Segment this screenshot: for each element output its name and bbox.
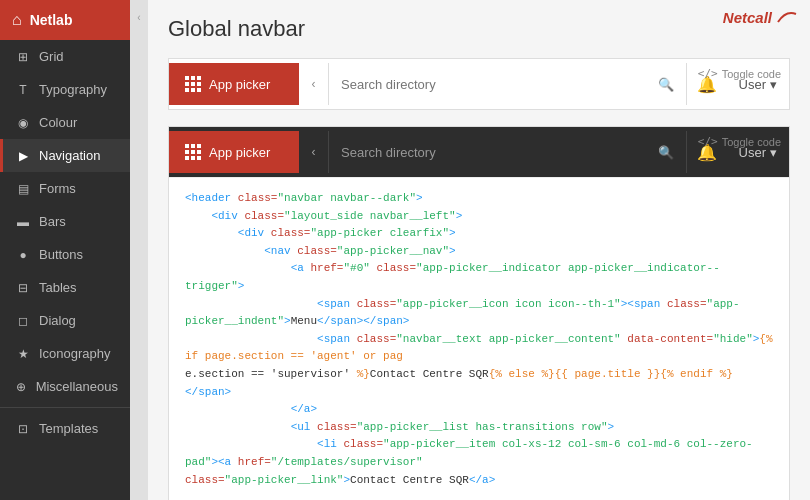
sidebar-item-tables[interactable]: ⊟ Tables (0, 271, 130, 304)
app-grid-icon-dark (185, 144, 201, 160)
main-content: Netcall Global navbar </> Toggle code (148, 0, 810, 500)
light-navbar-section: </> Toggle code App picker ‹ 🔍 🔔 (168, 58, 790, 110)
sidebar-item-colour[interactable]: ◉ Colour (0, 106, 130, 139)
code-line-6: <span class="app-picker__icon icon icon-… (185, 296, 773, 331)
sidebar-divider (0, 407, 130, 408)
code-line-4: <nav class="app-picker__nav"> (185, 243, 773, 261)
sidebar-item-templates[interactable]: ⊡ Templates (0, 412, 130, 445)
buttons-icon: ● (15, 248, 31, 262)
chevron-left-icon: ‹ (137, 12, 140, 23)
dark-navbar-section: </> Toggle code App picker ‹ 🔍 🔔 (168, 126, 790, 500)
code-line-2: <div class="layout_side navbar__left"> (185, 208, 773, 226)
sidebar-item-bars[interactable]: ▬ Bars (0, 205, 130, 238)
sidebar-item-label: Navigation (39, 148, 100, 163)
toggle-code-label-dark: Toggle code (722, 136, 781, 148)
sidebar-item-label: Colour (39, 115, 77, 130)
search-area-dark[interactable]: 🔍 (329, 131, 687, 173)
sidebar-item-grid[interactable]: ⊞ Grid (0, 40, 130, 73)
forms-icon: ▤ (15, 182, 31, 196)
dialog-icon: ◻ (15, 314, 31, 328)
home-icon: ⌂ (12, 11, 22, 29)
sidebar-item-label: Iconography (39, 346, 111, 361)
sidebar: ⌂ Netlab ⊞ Grid T Typography ◉ Colour ▶ … (0, 0, 130, 500)
sidebar-item-miscellaneous[interactable]: ⊕ Miscellaneous (0, 370, 130, 403)
sidebar-item-iconography[interactable]: ★ Iconography (0, 337, 130, 370)
navigation-icon: ▶ (15, 149, 31, 163)
templates-icon: ⊡ (15, 422, 31, 436)
sidebar-item-label: Tables (39, 280, 77, 295)
sidebar-item-label: Grid (39, 49, 64, 64)
code-line-9: </a> (185, 401, 773, 419)
search-area-light[interactable]: 🔍 (329, 63, 687, 105)
code-brackets-icon: </> (698, 67, 718, 80)
sidebar-header[interactable]: ⌂ Netlab (0, 0, 130, 40)
code-line-10: <ul class="app-picker__list has-transiti… (185, 419, 773, 437)
toggle-code-button-dark[interactable]: </> Toggle code (698, 135, 781, 148)
dark-navbar-preview: App picker ‹ 🔍 🔔 User ▾ (169, 127, 789, 177)
tables-icon: ⊟ (15, 281, 31, 295)
search-input-light[interactable] (341, 77, 650, 92)
code-line-7: <span class="navbar__text app-picker__co… (185, 331, 773, 366)
netcall-logo: Netcall (723, 8, 798, 26)
code-block: <header class="navbar navbar--dark"> <di… (169, 177, 789, 500)
sidebar-item-forms[interactable]: ▤ Forms (0, 172, 130, 205)
app-grid-icon (185, 76, 201, 92)
search-icon-light: 🔍 (658, 77, 674, 92)
sidebar-item-label: Templates (39, 421, 98, 436)
grid-icon: ⊞ (15, 50, 31, 64)
app-picker-label-dark: App picker (209, 145, 270, 160)
code-brackets-icon-dark: </> (698, 135, 718, 148)
app-name: Netlab (30, 12, 73, 28)
page-title: Global navbar (168, 16, 790, 42)
code-line-1: <header class="navbar navbar--dark"> (185, 190, 773, 208)
code-line-3: <div class="app-picker clearfix"> (185, 225, 773, 243)
app-picker-light[interactable]: App picker (169, 63, 299, 105)
search-input-dark[interactable] (341, 145, 650, 160)
light-navbar-preview: App picker ‹ 🔍 🔔 User ▾ (169, 59, 789, 109)
sidebar-item-typography[interactable]: T Typography (0, 73, 130, 106)
sidebar-item-label: Bars (39, 214, 66, 229)
typography-icon: T (15, 83, 31, 97)
app-picker-dark[interactable]: App picker (169, 131, 299, 173)
nav-chevron-light[interactable]: ‹ (299, 63, 329, 105)
sidebar-item-buttons[interactable]: ● Buttons (0, 238, 130, 271)
sidebar-item-dialog[interactable]: ◻ Dialog (0, 304, 130, 337)
toggle-code-label: Toggle code (722, 68, 781, 80)
sidebar-item-label: Buttons (39, 247, 83, 262)
sidebar-item-label: Dialog (39, 313, 76, 328)
sidebar-item-navigation[interactable]: ▶ Navigation (0, 139, 130, 172)
bars-icon: ▬ (15, 215, 31, 229)
sidebar-item-label: Miscellaneous (36, 379, 118, 394)
code-line-11: <li class="app-picker__item col-xs-12 co… (185, 436, 773, 471)
code-line-8: e.section == 'supervisor' %}Contact Cent… (185, 366, 773, 401)
sidebar-item-label: Forms (39, 181, 76, 196)
logo-text: Netcall (723, 9, 772, 26)
code-line-12: class="app-picker__link">Contact Centre … (185, 472, 773, 490)
iconography-icon: ★ (15, 347, 31, 361)
colour-icon: ◉ (15, 116, 31, 130)
sidebar-toggle[interactable]: ‹ (130, 0, 148, 500)
content-area: Global navbar </> Toggle code App picker… (148, 0, 810, 500)
sidebar-item-label: Typography (39, 82, 107, 97)
nav-chevron-dark[interactable]: ‹ (299, 131, 329, 173)
logo-swoosh (774, 8, 798, 26)
app-picker-label: App picker (209, 77, 270, 92)
code-line-5: <a href="#0" class="app-picker__indicato… (185, 260, 773, 295)
search-icon-dark: 🔍 (658, 145, 674, 160)
toggle-code-button-light[interactable]: </> Toggle code (698, 67, 781, 80)
miscellaneous-icon: ⊕ (15, 380, 28, 394)
